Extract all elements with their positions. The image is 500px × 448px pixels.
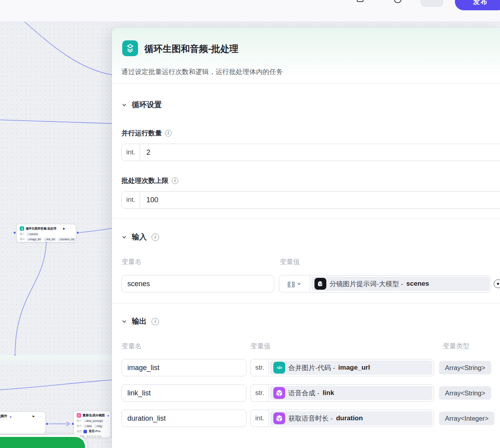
input-var-value-selector[interactable]: [{ }] 分镜图片提示词-大模型 - scenes — [279, 275, 491, 292]
input-var-name-field[interactable]: scenes — [121, 275, 274, 292]
info-icon[interactable]: i — [165, 130, 172, 137]
node-more-icon[interactable]: ··· — [68, 227, 73, 230]
type-badge: int. — [122, 192, 140, 208]
workflow-editor-screen: 循环生图和音频-批处理 ▶ ··· 输入 {}scenes 输出 []image… — [0, 0, 500, 448]
chevron-down-icon — [297, 281, 301, 286]
output-var-value-selector[interactable]: str. 语音合成 - link — [250, 384, 434, 402]
image-node-icon — [77, 413, 81, 418]
node-play-icon[interactable]: ▶ — [33, 415, 35, 418]
batch-stack-icon — [122, 40, 138, 56]
start-node-green[interactable] — [0, 435, 87, 448]
row-action-icon[interactable] — [494, 279, 500, 288]
plugin-cube-icon — [273, 412, 285, 424]
code-icon: </> — [273, 362, 285, 374]
parallel-count-label: 并行运行数量 i — [121, 129, 172, 138]
publish-button[interactable]: 发布 — [455, 0, 500, 10]
info-icon[interactable]: i — [152, 233, 159, 241]
help-icon[interactable] — [394, 0, 402, 3]
node-title: 循环生图和音频-批处理 — [26, 227, 57, 231]
variable-reference[interactable]: 语音合成 - link — [270, 386, 432, 400]
type-badge: int. — [251, 410, 269, 427]
canvas-node-prompt-plugin[interactable]: 提示词优化插件 ◆ ▶ ··· mpt a msg — [0, 412, 45, 434]
section-input-header[interactable]: 输入 i — [121, 232, 159, 242]
section-output-header[interactable]: 输出 i — [121, 316, 159, 327]
col-variable-value: 变量值 — [250, 342, 271, 351]
col-variable-type: 变量类型 — [443, 342, 470, 351]
canvas-node-regen-storyboard[interactable]: 重新生成分镜图 ◆ 输入 sdesc_promopt 输出 {}data sms… — [74, 411, 111, 438]
variable-reference[interactable]: 获取语音时长 - duration — [270, 411, 432, 425]
node-model-label: 模型 — [77, 430, 82, 433]
chevron-down-icon — [121, 102, 127, 108]
node-title: 重新生成分镜图 — [83, 413, 105, 418]
node-tag: smsg — [94, 424, 103, 428]
var-type-badge: Array<Integer> — [439, 412, 494, 425]
node-title: 提示词优化插件 — [0, 414, 8, 419]
var-type-badge: Array<String> — [439, 386, 491, 400]
node-tag: {}data — [83, 424, 93, 428]
parallel-count-input[interactable]: int. 2 — [121, 144, 500, 161]
node-more-icon[interactable]: ··· — [38, 415, 42, 418]
batch-max-label: 批处理次数上限 i — [121, 176, 178, 185]
panel-subtitle: 通过设定批量运行次数和逻辑，运行批处理体内的任务 — [121, 67, 283, 76]
node-play-icon[interactable]: ▶ — [63, 227, 65, 230]
output-var-value-selector[interactable]: int. 获取语音时长 - duration — [250, 410, 434, 427]
node-output-label: 输出 — [77, 424, 82, 428]
section-title: 输入 — [132, 232, 147, 242]
node-model-value: 通用-Pro — [89, 429, 100, 433]
section-title: 循环设置 — [132, 100, 162, 110]
model-ghost-icon — [314, 278, 326, 290]
variable-reference[interactable]: </> 合并图片-代码 - image_url — [270, 361, 432, 375]
node-tag: []link_list — [44, 237, 56, 241]
divider — [112, 303, 500, 304]
preview-button[interactable] — [420, 0, 443, 7]
output-var-value-selector[interactable]: str. </> 合并图片-代码 - image_url — [250, 359, 434, 376]
node-tag: sdesc_promopt — [83, 419, 104, 423]
section-title: 输出 — [132, 316, 147, 327]
divider — [112, 218, 500, 218]
node-marker-icon: ◆ — [107, 414, 109, 417]
chevron-down-icon — [121, 234, 127, 240]
node-ref-value: 未配置参考图 — [86, 435, 102, 439]
section-loop-settings-header[interactable]: 循环设置 — [121, 100, 162, 110]
node-config-panel: 循环生图和音频-批处理 通过设定批量运行次数和逻辑，运行批处理体内的任务 ▶ ·… — [112, 28, 500, 448]
divider — [112, 84, 500, 84]
node-input-label: 输入 — [77, 419, 82, 423]
var-type-badge: Array<String> — [439, 361, 491, 374]
model-logo-icon — [83, 430, 87, 433]
node-tag: []image_list — [27, 237, 42, 241]
device-icon[interactable] — [357, 0, 364, 2]
canvas-node-loop-batch[interactable]: 循环生图和音频-批处理 ▶ ··· 输入 {}scenes 输出 []image… — [17, 224, 76, 242]
col-variable-value: 变量值 — [280, 257, 300, 266]
col-variable-name: 变量名 — [121, 342, 142, 351]
output-var-name-field[interactable]: link_list — [121, 384, 246, 402]
node-marker-icon: ◆ — [10, 415, 12, 418]
chevron-down-icon — [121, 319, 127, 324]
top-toolbar: 发布 — [0, 0, 500, 22]
output-var-name-field[interactable]: image_list — [121, 359, 246, 376]
loop-body-top-band — [0, 355, 112, 365]
batch-stack-icon — [20, 226, 24, 231]
output-var-name-field[interactable]: duration_list — [121, 410, 246, 427]
batch-max-input[interactable]: int. 100 — [121, 191, 500, 209]
variable-reference[interactable]: 分镜图片提示词-大模型 - scenes — [311, 277, 490, 291]
type-badge: str. — [251, 359, 269, 376]
node-output-label: 输出 — [20, 237, 25, 241]
info-icon[interactable]: i — [152, 318, 159, 325]
type-selector[interactable]: [{ }] — [279, 275, 310, 292]
node-input-label: 输入 — [20, 232, 25, 236]
node-tag: {}scenes — [27, 232, 39, 236]
type-badge: int. — [122, 144, 140, 161]
col-variable-name: 变量名 — [121, 257, 142, 266]
node-tag: []duration_list — [58, 237, 76, 241]
plugin-cube-icon — [273, 387, 285, 399]
info-icon[interactable]: i — [172, 177, 178, 184]
type-badge: str. — [251, 385, 269, 401]
panel-title: 循环生图和音频-批处理 — [144, 43, 239, 55]
